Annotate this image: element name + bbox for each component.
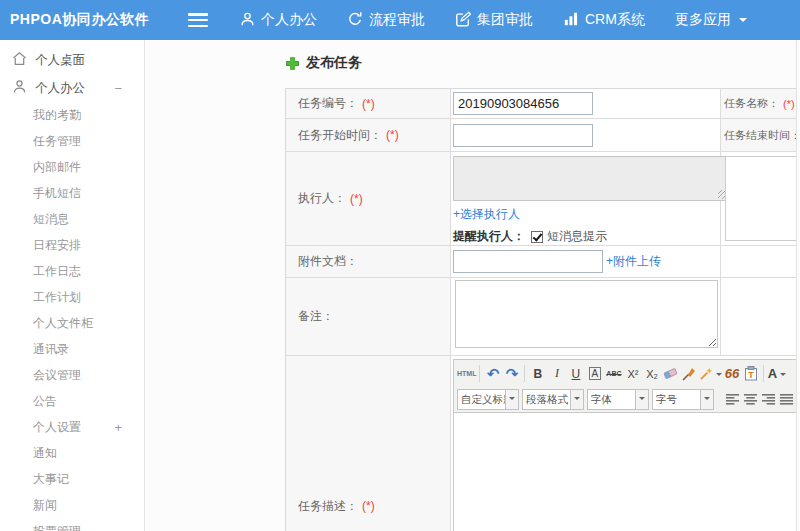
undo-icon[interactable]: ↶ [483,363,502,384]
main-content: 发布任务 任务编号： (*) 任务名称： (*) 任务开始时间： (*) [146,40,797,531]
publish-task-form: 任务编号： (*) 任务名称： (*) 任务开始时间： (*) 任务结束时间： [285,88,797,531]
font-family-select[interactable]: 字体 [587,389,649,410]
top-navbar: PHPOA协同办公软件 个人办公 流程审批 集团审批 CRM系统 更多应用 [0,0,800,40]
edit-icon [455,11,477,30]
sidebar-item-work-log[interactable]: 工作日志 [0,258,144,284]
caret-down-icon[interactable] [635,390,648,409]
sidebar-item-personal-settings[interactable]: 个人设置 + [0,414,144,440]
italic-button[interactable]: I [547,363,566,384]
collapse-icon[interactable]: − [114,81,122,96]
task-number-label: 任务编号： (*) [286,89,451,118]
caret-down-icon [739,18,747,26]
nav-item-more-apps[interactable]: 更多应用 [675,11,747,29]
clipped-textarea[interactable] [725,156,797,241]
page-title: 发布任务 [306,54,362,72]
format-brush-icon[interactable] [680,363,699,384]
sms-checkbox[interactable] [531,231,543,243]
magic-wand-icon[interactable] [699,363,722,384]
executor-label: 执行人： (*) [286,152,451,245]
editor-body[interactable] [454,413,797,531]
sidebar-item-notification[interactable]: 通知 [0,440,144,466]
task-number-input[interactable] [453,92,593,115]
user-icon [240,11,261,30]
remark-row-right [721,278,797,355]
font-color-button[interactable]: A [767,363,786,384]
nav-item-personal-office[interactable]: 个人办公 [240,11,317,30]
sidebar-item-task-management[interactable]: 任务管理 [0,128,144,154]
start-time-label: 任务开始时间： (*) [286,119,451,151]
caret-down-icon[interactable] [570,390,583,409]
sidebar-item-internal-mail[interactable]: 内部邮件 [0,154,144,180]
sidebar-item-meeting-management[interactable]: 会议管理 [0,362,144,388]
description-label: 任务描述： (*) [286,356,451,531]
attachment-input[interactable] [453,250,603,273]
sidebar-item-clipped[interactable]: 投票管理 [0,518,144,531]
editor-toolbar-row2: 自定义标题 段落格式 字体 字号 [454,387,797,413]
add-task-icon [286,57,299,70]
executor-box[interactable] [453,156,729,201]
sidebar-item-short-message[interactable]: 短消息 [0,206,144,232]
strikethrough-button[interactable]: ABC [604,363,623,384]
sidebar-item-contacts[interactable]: 通讯录 [0,336,144,362]
sidebar-item-personal-office[interactable]: 个人办公 − [0,74,144,102]
required-mark: (*) [386,128,399,142]
attachment-label: 附件文档： [286,246,451,277]
bold-button[interactable]: B [528,363,547,384]
source-code-button[interactable]: HTML [457,363,476,384]
attachment-row-right: +附件上传 [721,246,797,277]
underline-button[interactable]: U [566,363,585,384]
blockquote-button[interactable]: 66 [722,363,741,384]
attachment-upload-link[interactable]: +附件上传 [606,253,661,270]
home-icon [12,51,35,69]
app-brand: PHPOA协同办公软件 [10,11,188,29]
select-executor-link[interactable]: +选择执行人 [453,206,520,223]
sms-checkbox-label: 短消息提示 [547,228,607,245]
menu-toggle-icon[interactable] [188,13,208,27]
required-mark: (*) [362,499,375,513]
sidebar-item-announcement[interactable]: 公告 [0,388,144,414]
remark-label: 备注： [286,278,451,355]
required-mark: (*) [783,98,795,110]
svg-text:T: T [748,370,754,380]
font-size-select[interactable]: 字号 [652,389,714,410]
sidebar-item-news[interactable]: 新闻 [0,492,144,518]
caret-down-icon[interactable] [505,390,518,409]
caret-down-icon[interactable] [700,390,713,409]
sidebar-item-schedule[interactable]: 日程安排 [0,232,144,258]
align-left-icon[interactable] [725,393,740,406]
paragraph-format-select[interactable]: 段落格式 [522,389,584,410]
sidebar-item-work-plan[interactable]: 工作计划 [0,284,144,310]
sidebar-item-mobile-sms[interactable]: 手机短信 [0,180,144,206]
align-justify-icon[interactable] [779,393,794,406]
task-name-label: 任务名称： (*) [721,89,797,118]
redo-icon[interactable]: ↷ [502,363,521,384]
required-mark: (*) [362,97,375,111]
remark-textarea[interactable] [455,280,718,348]
remind-executor-label: 提醒执行人： [453,228,525,245]
expand-icon[interactable]: + [114,420,122,435]
nav-item-group-approval[interactable]: 集团审批 [455,11,533,30]
sidebar-item-memorabilia[interactable]: 大事记 [0,466,144,492]
required-mark: (*) [350,192,363,206]
format-a-button[interactable]: A [589,367,602,380]
sidebar-item-personal-files[interactable]: 个人文件柜 [0,310,144,336]
start-time-input[interactable] [453,124,593,147]
align-center-icon[interactable] [743,393,758,406]
eraser-icon[interactable] [661,363,680,384]
subscript-button[interactable]: X₂ [642,363,661,384]
paste-icon[interactable]: T [741,363,760,384]
executor-row-right [721,152,797,245]
chart-icon [563,11,585,30]
custom-heading-select[interactable]: 自定义标题 [457,389,519,410]
sidebar-item-my-attendance[interactable]: 我的考勤 [0,102,144,128]
page-header: 发布任务 [286,54,362,72]
process-icon [347,11,369,30]
editor-toolbar-row1: HTML ↶ ↷ B I U A ABC X² X₂ [454,360,797,387]
user-icon [12,79,35,97]
top-nav: 个人办公 流程审批 集团审批 CRM系统 更多应用 [240,11,777,30]
superscript-button[interactable]: X² [623,363,642,384]
nav-item-crm-system[interactable]: CRM系统 [563,11,645,30]
align-right-icon[interactable] [761,393,776,406]
sidebar-item-personal-desktop[interactable]: 个人桌面 [0,46,144,74]
nav-item-workflow-approval[interactable]: 流程审批 [347,11,425,30]
